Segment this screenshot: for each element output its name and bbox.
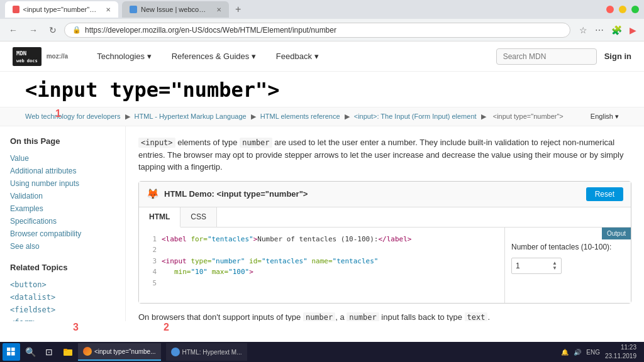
- menu-icon[interactable]: ⋯: [592, 24, 606, 36]
- search-taskbar-icon[interactable]: 🔍: [21, 343, 39, 361]
- back-button[interactable]: ←: [5, 24, 21, 36]
- article-intro: <input> elements of type number are used…: [138, 136, 631, 173]
- signin-button[interactable]: Sign in: [604, 52, 631, 61]
- text-code: text: [465, 312, 488, 322]
- volume-icon[interactable]: 🔊: [574, 349, 581, 356]
- related-datalist[interactable]: <datalist>: [10, 293, 55, 302]
- mdn-logo[interactable]: MDN web docs moz://a: [13, 47, 68, 66]
- search-input[interactable]: [496, 48, 597, 65]
- window-controls: [606, 6, 639, 13]
- maximize-window-icon[interactable]: [631, 6, 639, 13]
- toc-compat[interactable]: Browser compatibility: [10, 229, 81, 238]
- tab-html[interactable]: HTML: [139, 207, 180, 228]
- related-fieldset[interactable]: <fieldset>: [10, 305, 55, 314]
- taskbar: 🔍 ⊡ <input type="numbe... HTML: Hypertex…: [0, 342, 644, 362]
- output-badge: Output: [602, 228, 631, 239]
- tab-title: <input type="number"> - H...: [23, 6, 100, 13]
- svg-rect-3: [11, 352, 15, 356]
- list-item[interactable]: Value: [10, 152, 115, 165]
- list-item[interactable]: Validation: [10, 190, 115, 202]
- page-title: <input type="number">: [25, 78, 619, 102]
- references-nav[interactable]: References & Guides ▾: [162, 41, 266, 72]
- minimize-window-icon[interactable]: [619, 6, 626, 13]
- number-input-display[interactable]: 1 ▲ ▼: [511, 258, 562, 274]
- list-item[interactable]: Browser compatibility: [10, 228, 115, 240]
- active-tab[interactable]: <input type="number"> - H... ✕: [5, 1, 118, 18]
- page-title-bar: <input type="number">: [0, 72, 644, 107]
- number-input-arrows[interactable]: ▲ ▼: [552, 261, 557, 271]
- list-item[interactable]: See also: [10, 240, 115, 253]
- notification-icon[interactable]: 🔔: [561, 349, 569, 356]
- start-button[interactable]: [3, 343, 20, 361]
- code-line-1: 1 <label for="tentacles">Number of tenta…: [147, 234, 497, 245]
- toc-value[interactable]: Value: [10, 154, 29, 163]
- address-bar[interactable]: 🔒 https://developer.mozilla.org/en-US/do…: [64, 23, 570, 38]
- list-item[interactable]: Examples: [10, 202, 115, 215]
- tab2-favicon: [130, 6, 137, 13]
- new-tab-button[interactable]: +: [233, 4, 243, 15]
- pocket-icon[interactable]: ▶: [627, 24, 639, 36]
- input-code: <input>: [138, 138, 175, 148]
- tab-css[interactable]: CSS: [180, 207, 217, 227]
- tab-close-icon[interactable]: ✕: [106, 6, 111, 13]
- extensions-icon[interactable]: 🧩: [609, 24, 625, 36]
- svg-rect-0: [7, 348, 11, 351]
- number-input-value: 1: [516, 260, 520, 272]
- date-display: 23.11.2019: [605, 352, 636, 361]
- breadcrumb-link-3[interactable]: HTML elements reference: [260, 112, 340, 120]
- file-explorer-icon[interactable]: [59, 343, 77, 361]
- bookmark-icon[interactable]: ☆: [577, 24, 590, 36]
- system-tray: 🔔 🔊 ENG 11:23 23.11.2019: [561, 343, 641, 361]
- toc-using[interactable]: Using number inputs: [10, 179, 79, 188]
- language-selector[interactable]: English ▾: [591, 112, 619, 121]
- technologies-nav[interactable]: Technologies ▾: [87, 41, 162, 72]
- list-item[interactable]: Using number inputs: [10, 177, 115, 190]
- edge-tab-label: HTML: Hypertext M...: [182, 349, 242, 356]
- decrement-icon[interactable]: ▼: [552, 266, 557, 271]
- taskview-icon[interactable]: ⊡: [40, 343, 58, 361]
- feedback-nav[interactable]: Feedback ▾: [266, 41, 329, 72]
- list-item[interactable]: Additional attributes: [10, 165, 115, 177]
- related-form[interactable]: <form>: [10, 318, 37, 321]
- close-window-icon[interactable]: [606, 6, 614, 13]
- toc-additional[interactable]: Additional attributes: [10, 167, 76, 175]
- breadcrumb-link-1[interactable]: Web technology for developers: [25, 112, 120, 120]
- list-item[interactable]: <form>: [10, 316, 115, 321]
- toc-examples[interactable]: Examples: [10, 204, 43, 213]
- windows-icon: [7, 348, 16, 356]
- list-item[interactable]: <button>: [10, 278, 115, 291]
- article: <input> elements of type number are used…: [126, 126, 644, 321]
- list-item[interactable]: Specifications: [10, 215, 115, 228]
- toc-see-also[interactable]: See also: [10, 242, 40, 251]
- mdn-navbar: MDN web docs moz://a Technologies ▾ Refe…: [0, 41, 644, 72]
- related-button[interactable]: <button>: [10, 280, 47, 289]
- code-line-5: 5: [147, 278, 497, 289]
- tab2-close-icon[interactable]: ✕: [216, 6, 221, 13]
- breadcrumb-link-2[interactable]: HTML - Hypertext Markup Language: [135, 112, 247, 120]
- svg-rect-1: [11, 348, 15, 351]
- toc-heading: On this Page: [10, 136, 115, 146]
- demo-content: 1 <label for="tentacles">Number of tenta…: [139, 228, 631, 303]
- toc-specs[interactable]: Specifications: [10, 217, 57, 226]
- inactive-tab[interactable]: New Issue | webcompat.com ✕: [122, 1, 229, 18]
- firefox-tab-label: <input type="numbe...: [94, 348, 156, 355]
- breadcrumb-link-4[interactable]: <input>: The Input (Form Input) element: [354, 112, 477, 120]
- firefox-app[interactable]: <input type="numbe...: [78, 343, 161, 361]
- fallback-text: On browsers that don't support inputs of…: [138, 311, 631, 322]
- toc-validation[interactable]: Validation: [10, 192, 43, 200]
- firefox-icon: [83, 347, 92, 356]
- reset-button[interactable]: Reset: [586, 187, 623, 201]
- breadcrumb-path: Web technology for developers ▶ HTML - H…: [25, 112, 566, 121]
- forward-button[interactable]: →: [25, 24, 42, 36]
- list-item[interactable]: <datalist>: [10, 291, 115, 304]
- page-marker-1: 1: [55, 108, 61, 119]
- edge-app[interactable]: HTML: Hypertext M...: [166, 343, 247, 361]
- clock: 11:23 23.11.2019: [605, 343, 636, 361]
- demo-tabs: HTML CSS: [139, 207, 631, 228]
- related-topics: Related Topics <button> <datalist> <fiel…: [10, 263, 115, 321]
- list-item[interactable]: <fieldset>: [10, 304, 115, 316]
- code-line-3: 3 <input type="number" id="tentacles" na…: [147, 256, 497, 267]
- breadcrumb: Web technology for developers ▶ HTML - H…: [0, 107, 644, 126]
- code-panel: 1 <label for="tentacles">Number of tenta…: [139, 228, 505, 303]
- refresh-button[interactable]: ↻: [45, 24, 60, 36]
